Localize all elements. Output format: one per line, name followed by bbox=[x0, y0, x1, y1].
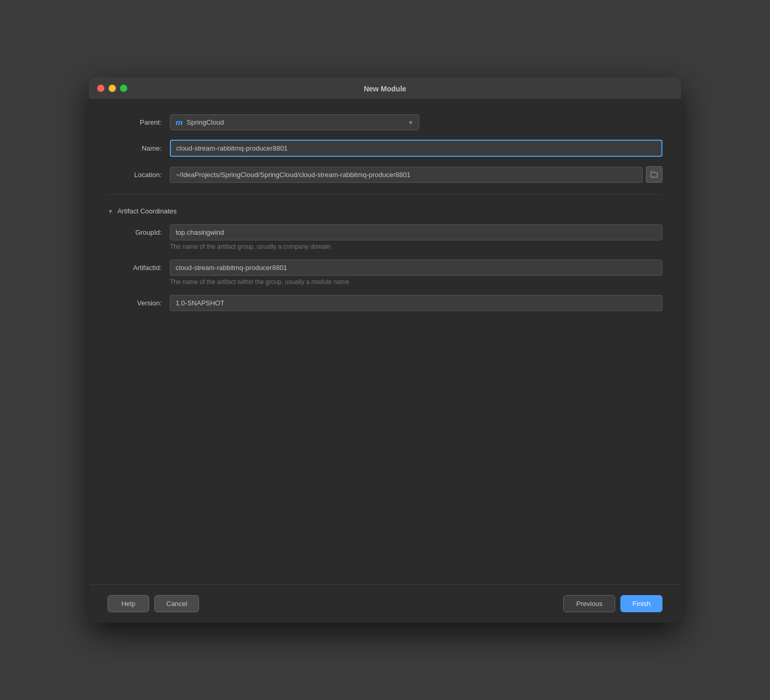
parent-row: Parent: m SpringCloud ▼ bbox=[108, 114, 662, 130]
traffic-lights bbox=[97, 85, 127, 92]
dialog-footer: Help Cancel Previous Finish bbox=[89, 584, 681, 623]
groupid-hint: The name of the artifact group, usually … bbox=[170, 243, 662, 250]
close-button[interactable] bbox=[97, 85, 104, 92]
dropdown-arrow-icon: ▼ bbox=[408, 119, 414, 126]
divider bbox=[108, 194, 662, 195]
groupid-label: GroupId: bbox=[108, 224, 170, 236]
groupid-field: The name of the artifact group, usually … bbox=[170, 224, 662, 257]
artifactid-input[interactable] bbox=[170, 260, 662, 276]
name-control bbox=[170, 140, 662, 157]
previous-button[interactable]: Previous bbox=[563, 595, 615, 612]
name-input[interactable] bbox=[170, 140, 662, 157]
name-row: Name: bbox=[108, 140, 662, 157]
location-label: Location: bbox=[108, 171, 170, 179]
collapse-triangle-icon[interactable]: ▼ bbox=[108, 208, 113, 214]
version-label: Version: bbox=[108, 295, 170, 307]
version-field bbox=[170, 295, 662, 311]
parent-control: m SpringCloud ▼ bbox=[170, 114, 662, 130]
dialog-content: Parent: m SpringCloud ▼ Name: Location: bbox=[89, 100, 681, 584]
footer-right: Previous Finish bbox=[563, 595, 662, 612]
artifactid-hint: The name of the artifact within the grou… bbox=[170, 278, 662, 286]
artifactid-row: ArtifactId: The name of the artifact wit… bbox=[108, 260, 662, 292]
artifact-section-title: Artifact Coordinates bbox=[117, 207, 177, 215]
groupid-input[interactable] bbox=[170, 224, 662, 240]
maven-icon: m bbox=[176, 118, 182, 127]
parent-dropdown[interactable]: m SpringCloud ▼ bbox=[170, 114, 419, 130]
artifact-section: GroupId: The name of the artifact group,… bbox=[108, 224, 662, 314]
titlebar: New Module bbox=[89, 77, 681, 100]
footer-left: Help Cancel bbox=[108, 595, 199, 612]
groupid-row: GroupId: The name of the artifact group,… bbox=[108, 224, 662, 257]
version-row: Version: bbox=[108, 295, 662, 311]
location-control bbox=[170, 166, 662, 183]
artifact-section-header: ▼ Artifact Coordinates bbox=[108, 207, 662, 215]
window-title: New Module bbox=[364, 85, 406, 93]
location-row: Location: bbox=[108, 166, 662, 183]
artifactid-label: ArtifactId: bbox=[108, 260, 170, 272]
help-button[interactable]: Help bbox=[108, 595, 149, 612]
maximize-button[interactable] bbox=[120, 85, 127, 92]
parent-value: SpringCloud bbox=[187, 118, 224, 126]
name-label: Name: bbox=[108, 144, 170, 152]
browse-folder-button[interactable] bbox=[646, 166, 662, 183]
finish-button[interactable]: Finish bbox=[620, 595, 662, 612]
cancel-button[interactable]: Cancel bbox=[154, 595, 199, 612]
parent-label: Parent: bbox=[108, 118, 170, 126]
location-input-row bbox=[170, 166, 662, 183]
artifactid-field: The name of the artifact within the grou… bbox=[170, 260, 662, 292]
version-input[interactable] bbox=[170, 295, 662, 311]
folder-icon bbox=[650, 171, 658, 178]
minimize-button[interactable] bbox=[109, 85, 116, 92]
location-input[interactable] bbox=[170, 167, 643, 183]
new-module-dialog: New Module Parent: m SpringCloud ▼ Name:… bbox=[89, 77, 681, 623]
